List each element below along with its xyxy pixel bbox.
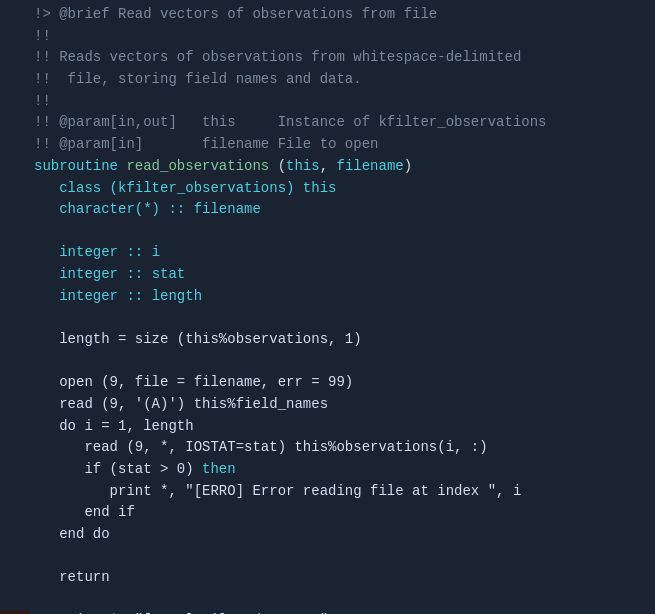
code-token: this: [303, 180, 337, 196]
code-token: character(*) ::: [34, 201, 194, 217]
code-token: class (kfilter_observations): [34, 180, 303, 196]
code-token: end if: [34, 504, 135, 520]
code-line: !! Reads vectors of observations from wh…: [0, 47, 655, 69]
code-line: !! file, storing field names and data.: [0, 69, 655, 91]
code-line: open (9, file = filename, err = 99): [0, 372, 655, 394]
code-token: !!: [34, 28, 51, 44]
code-line: integer :: stat: [0, 264, 655, 286]
code-token: subroutine: [34, 158, 118, 174]
code-token: !! Reads vectors of observations from wh…: [34, 49, 521, 65]
code-token: length = size (this%observations, 1): [34, 331, 362, 347]
code-token: length: [152, 288, 202, 304]
line-content: !!: [30, 26, 655, 48]
line-content: end if: [30, 502, 655, 524]
code-line: end if: [0, 502, 655, 524]
code-line: !! @param[in] filename File to open: [0, 134, 655, 156]
code-line: [0, 589, 655, 611]
code-token: print *, "[ERRO] Error reading file at i…: [34, 483, 521, 499]
line-content: character(*) :: filename: [30, 199, 655, 221]
code-token: i: [152, 244, 160, 260]
code-token: !! @param[in] filename File to open: [34, 136, 378, 152]
code-line: !!: [0, 26, 655, 48]
line-content: !! @param[in] filename File to open: [30, 134, 655, 156]
code-token: integer ::: [34, 266, 152, 282]
code-line: [0, 546, 655, 568]
code-line: print *, "[ERRO] Error reading file at i…: [0, 481, 655, 503]
line-number: 99: [0, 610, 30, 614]
code-line: integer :: length: [0, 286, 655, 308]
code-token: filename: [194, 201, 261, 217]
code-line: length = size (this%observations, 1): [0, 329, 655, 351]
line-content: class (kfilter_observations) this: [30, 178, 655, 200]
code-token: read (9, *, IOSTAT=stat) this%observatio…: [34, 439, 488, 455]
line-content: open (9, file = filename, err = 99): [30, 372, 655, 394]
code-token: open (9, file = filename, err = 99): [34, 374, 353, 390]
code-token: !! file, storing field names and data.: [34, 71, 362, 87]
code-token: if (stat > 0): [34, 461, 202, 477]
line-content: !! file, storing field names and data.: [30, 69, 655, 91]
line-content: !! Reads vectors of observations from wh…: [30, 47, 655, 69]
code-line: [0, 351, 655, 373]
code-token: !!: [34, 93, 51, 109]
code-line: subroutine read_observations (this, file…: [0, 156, 655, 178]
line-content: read (9, *, IOSTAT=stat) this%observatio…: [30, 437, 655, 459]
code-token: ): [404, 158, 412, 174]
line-content: integer :: length: [30, 286, 655, 308]
line-content: do i = 1, length: [30, 416, 655, 438]
code-line: [0, 307, 655, 329]
code-token: read_observations: [118, 158, 278, 174]
line-content: !!: [30, 91, 655, 113]
code-line: !! @param[in,out] this Instance of kfilt…: [0, 112, 655, 134]
code-line: do i = 1, length: [0, 416, 655, 438]
code-line: class (kfilter_observations) this: [0, 178, 655, 200]
code-token: this: [286, 158, 320, 174]
code-token: return: [34, 569, 110, 585]
line-content: length = size (this%observations, 1): [30, 329, 655, 351]
code-editor: !> @brief Read vectors of observations f…: [0, 0, 655, 614]
code-token: ,: [320, 158, 337, 174]
code-token: integer ::: [34, 244, 152, 260]
code-line: integer :: i: [0, 242, 655, 264]
code-token: (: [278, 158, 286, 174]
code-token: stat: [152, 266, 186, 282]
code-line: if (stat > 0) then: [0, 459, 655, 481]
code-line: [0, 221, 655, 243]
code-line: character(*) :: filename: [0, 199, 655, 221]
line-content: integer :: stat: [30, 264, 655, 286]
line-content: !! @param[in,out] this Instance of kfilt…: [30, 112, 655, 134]
code-line: end do: [0, 524, 655, 546]
line-content: if (stat > 0) then: [30, 459, 655, 481]
code-token: read (9, '(A)') this%field_names: [34, 396, 328, 412]
code-line: read (9, *, IOSTAT=stat) this%observatio…: [0, 437, 655, 459]
code-line: !!: [0, 91, 655, 113]
code-line: return: [0, 567, 655, 589]
code-line: read (9, '(A)') this%field_names: [0, 394, 655, 416]
code-line: !> @brief Read vectors of observations f…: [0, 4, 655, 26]
code-token: end do: [34, 526, 110, 542]
line-content: print *, "[ERRO] Error reading file at i…: [30, 481, 655, 503]
line-content: subroutine read_observations (this, file…: [30, 156, 655, 178]
line-content: print *, "[ERRO] File I/O error": [30, 610, 655, 614]
line-content: integer :: i: [30, 242, 655, 264]
code-token: integer ::: [34, 288, 152, 304]
line-content: return: [30, 567, 655, 589]
code-token: !! @param[in,out] this Instance of kfilt…: [34, 114, 546, 130]
line-content: !> @brief Read vectors of observations f…: [30, 4, 655, 26]
line-content: end do: [30, 524, 655, 546]
code-token: !> @brief Read vectors of observations f…: [34, 6, 437, 22]
code-line: 99 print *, "[ERRO] File I/O error": [0, 610, 655, 614]
line-content: read (9, '(A)') this%field_names: [30, 394, 655, 416]
code-token: then: [202, 461, 236, 477]
code-token: filename: [336, 158, 403, 174]
code-token: do i = 1, length: [34, 418, 194, 434]
